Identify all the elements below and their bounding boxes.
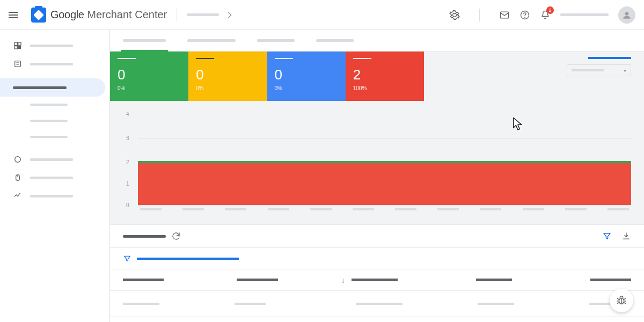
- nav-item-diagnostics[interactable]: [0, 78, 105, 97]
- app-header: Google Merchant Center 2: [0, 0, 644, 30]
- list-icon: [13, 59, 23, 69]
- column-header[interactable]: [237, 279, 277, 281]
- svg-point-11: [15, 157, 21, 163]
- nav-item-growth[interactable]: [0, 169, 109, 187]
- notifications-button[interactable]: 2: [540, 10, 551, 20]
- breadcrumb-item[interactable]: [187, 13, 219, 16]
- logo-text-merchant: Merchant Center: [84, 9, 167, 20]
- person-icon: [621, 10, 632, 20]
- add-filter-button[interactable]: [137, 258, 239, 260]
- header-actions: 2: [449, 6, 635, 24]
- mail-icon[interactable]: [499, 10, 510, 20]
- bug-icon: [616, 295, 627, 306]
- logo-text-google: Google: [50, 9, 84, 20]
- issues-table-header: ↓: [110, 269, 644, 291]
- arrow-down-icon[interactable]: ↓: [341, 276, 345, 284]
- nav-item-products[interactable]: [0, 55, 109, 73]
- status-chart: 4 3 2 1 0: [110, 101, 644, 220]
- svg-rect-7: [18, 46, 21, 49]
- metric-card-disapproved[interactable]: 2 100%: [346, 52, 424, 101]
- metric-card-active[interactable]: 0 0%: [110, 52, 188, 101]
- tab-setup[interactable]: [257, 30, 295, 52]
- download-icon[interactable]: [621, 231, 631, 241]
- column-header[interactable]: [123, 279, 164, 281]
- svg-point-3: [625, 12, 629, 16]
- x-axis-labels: [138, 208, 631, 210]
- gear-icon[interactable]: [449, 10, 460, 20]
- y-tick: 3: [126, 135, 129, 141]
- nav-subitem[interactable]: [0, 113, 109, 129]
- menu-icon[interactable]: [9, 9, 21, 21]
- metric-percent: 0%: [275, 85, 338, 91]
- nav-item-reports[interactable]: [0, 187, 109, 205]
- filter-chip-row: [110, 248, 644, 269]
- svg-point-2: [524, 17, 525, 18]
- debug-fab[interactable]: [610, 289, 633, 312]
- tab-item-issues[interactable]: [123, 30, 166, 52]
- column-header[interactable]: [476, 279, 512, 281]
- chart-link-area: ▾: [567, 57, 631, 76]
- chevron-right-icon: [224, 10, 235, 20]
- y-tick: 4: [126, 111, 129, 117]
- chart-area-disapproved: [138, 162, 631, 205]
- mouse-icon: [13, 173, 23, 182]
- metric-percent: 0%: [118, 85, 181, 91]
- product-logo[interactable]: Google Merchant Center: [31, 8, 167, 23]
- filter-icon[interactable]: [123, 254, 131, 263]
- metric-percent: 0%: [196, 85, 259, 91]
- metric-card-pending[interactable]: 0 0%: [188, 52, 267, 101]
- refresh-icon[interactable]: [171, 231, 181, 241]
- metric-value: 2: [353, 67, 416, 83]
- merchant-badge-icon: [31, 8, 46, 23]
- view-link[interactable]: [588, 57, 631, 59]
- nav-item-overview[interactable]: [0, 36, 109, 55]
- destination-dropdown[interactable]: ▾: [567, 64, 631, 76]
- dashboard-icon: [13, 41, 23, 50]
- y-tick: 0: [126, 202, 129, 208]
- toolbar-title: [123, 235, 166, 238]
- table-row[interactable]: [110, 291, 644, 317]
- circle-icon: [13, 155, 23, 164]
- chevron-down-icon: ▾: [624, 68, 626, 74]
- metric-card-expiring[interactable]: 0 0%: [267, 52, 346, 101]
- divider: [177, 9, 177, 21]
- svg-rect-6: [14, 46, 17, 49]
- sidebar: [0, 30, 110, 322]
- filter-icon[interactable]: [602, 231, 612, 241]
- chart-line-active: [138, 161, 631, 163]
- metric-value: 0: [118, 67, 181, 83]
- breadcrumb[interactable]: [187, 10, 235, 20]
- product-title: Google Merchant Center: [50, 9, 167, 21]
- tab-account-issues[interactable]: [187, 30, 236, 52]
- nav-item-performance[interactable]: [0, 150, 109, 169]
- metric-value: 0: [196, 67, 259, 83]
- account-selector[interactable]: [560, 13, 609, 16]
- column-header-sorted[interactable]: [352, 279, 398, 281]
- y-tick: 2: [126, 159, 129, 165]
- metric-percent: 100%: [353, 85, 416, 91]
- column-header[interactable]: [590, 279, 631, 281]
- help-icon[interactable]: [519, 10, 530, 20]
- svg-rect-0: [501, 12, 509, 18]
- y-tick: 1: [126, 181, 129, 187]
- notification-badge: 2: [546, 6, 554, 14]
- tab-more[interactable]: [316, 30, 354, 52]
- nav-subitem[interactable]: [0, 129, 109, 145]
- avatar[interactable]: [618, 6, 635, 24]
- metric-value: 0: [275, 67, 338, 83]
- issues-toolbar: [110, 224, 644, 248]
- svg-rect-5: [18, 42, 21, 45]
- tab-bar: [110, 30, 644, 52]
- metrics-bar: 0 0% 0 0% 0 0% 2 100%: [110, 52, 644, 224]
- trend-icon: [13, 191, 23, 201]
- divider: [479, 9, 480, 21]
- nav-subitem[interactable]: [0, 97, 109, 113]
- svg-rect-4: [14, 42, 17, 45]
- main-content: 0 0% 0 0% 0 0% 2 100%: [110, 30, 644, 322]
